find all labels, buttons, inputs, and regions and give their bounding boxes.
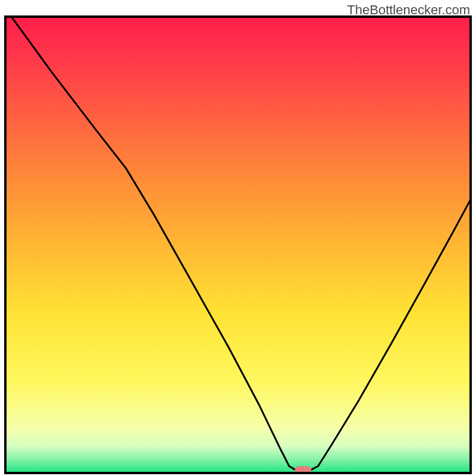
watermark-text: TheBottlenecker.com [347, 2, 470, 18]
chart-container: TheBottlenecker.com [0, 0, 476, 476]
chart-svg [0, 0, 476, 476]
gradient-background [5, 17, 471, 473]
